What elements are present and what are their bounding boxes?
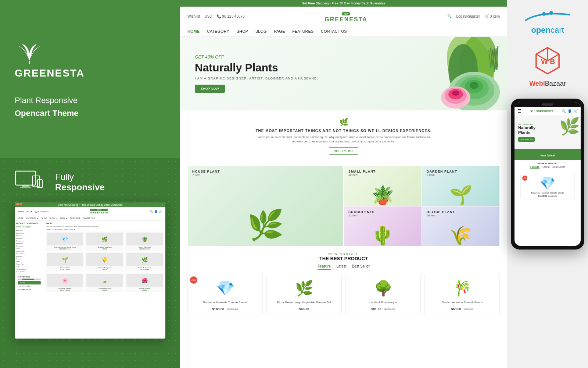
search-icon[interactable]: 🔍 (447, 14, 452, 18)
phone-cart-icon[interactable]: 🛒 (573, 109, 578, 113)
responsive-label1: Fully (55, 172, 74, 182)
nav-contact[interactable]: CONTACT US (321, 29, 347, 33)
hero-shop-now-button[interactable]: SHOP NOW (195, 85, 225, 93)
phone-new-arrival-label: New Arrival (541, 154, 555, 157)
tagline-line2: Opencart Theme (15, 109, 79, 118)
preview-products-area: SHOP There are many variations of passag… (44, 221, 165, 335)
nav-features[interactable]: FEATURES (292, 29, 313, 33)
preview-product-8: 🍃 Croton Brass Form $40.00 (85, 273, 124, 292)
product-img-4: 🎋 (428, 277, 496, 299)
logo-text: GREENESTA (325, 16, 367, 23)
hero-content: GET 40% OFF Naturally Plants I AM A GRAP… (180, 43, 397, 104)
new-arrival-subtitle: New Arrival (187, 252, 500, 256)
login-register-link[interactable]: Login/Register (456, 14, 480, 18)
phone-product-section: THE BEST PRODUCT Feature Latest Best Sel… (514, 160, 581, 172)
preview-price-filter: FILTER BY PRICE FILTER Price: $76 — $116… (16, 275, 42, 293)
webi-bazaar-text: WebiBazaar (529, 80, 566, 88)
preview-product-9: 🌺 Eurorail Virginia $72.00 (125, 273, 164, 292)
phone-search-icon[interactable]: 🔍 (562, 109, 566, 113)
wishlist-link[interactable]: Wishlist (187, 14, 200, 18)
info-text: Lorem ipsum dolor sit amet, consectetur … (252, 135, 435, 144)
preview-main-nav: HOME CATEGORY ▼ SHOP BLOG ▼ PAGE ▼ FEATU… (15, 216, 165, 221)
category-succulents[interactable]: SUCCULENTS 11 Item 🌵 (344, 206, 422, 247)
logo-area: GREENESTA (15, 42, 85, 79)
new-arrival-title: THE BEST PRODUCT (187, 256, 500, 261)
phone-shop-now-button[interactable]: SHOP NOW (518, 137, 535, 142)
hamburger-icon[interactable]: ☰ (517, 109, 521, 114)
nav-category[interactable]: CATEGORY (207, 29, 229, 33)
phone-tabs: Feature Latest Best Seller (517, 166, 578, 170)
phone-product-name: Botanical Interests Tomato Seeds (523, 192, 573, 194)
preview-announcement: Get Free Shipping • Free 30 Day Money Ba… (15, 202, 165, 207)
logo-icon (15, 42, 44, 64)
phone-tab-latest[interactable]: Latest (542, 166, 549, 169)
preview-product-1: 💎 Botanical Interests Tomato Seeds $163.… (46, 231, 84, 251)
opencart-swoosh-icon (522, 11, 573, 24)
tab-feature[interactable]: Feature (318, 264, 331, 270)
phone-product-area: -7% 💎 Botanical Interests Tomato Seeds $… (514, 172, 581, 204)
phone-green-strip: New Arrival (514, 149, 581, 160)
phone-product-price: $103.00 $179.00 (523, 195, 573, 197)
category-house-plant[interactable]: HOUSE PLANT 7 Item 🌿 (187, 166, 344, 247)
tab-latest[interactable]: Latest (336, 264, 346, 270)
device-icon (15, 169, 48, 195)
phone-number: 📞 98 123 45678 (217, 14, 245, 18)
nav-page[interactable]: PAGE (274, 29, 285, 33)
preview-product-3: 🪴 Canary Date Palm $92.00 $116.00 (125, 231, 164, 251)
hero-section: GET 40% OFF Naturally Plants I AM A GRAP… (180, 37, 507, 110)
left-top-section: GREENESTA Plant Responsive Opencart Them… (0, 0, 180, 158)
category-garden-plant[interactable]: GARDEN PLANT 8 Item 🌱 (422, 166, 500, 206)
tab-bestseller[interactable]: Best Seller (352, 264, 370, 270)
hero-image (397, 37, 507, 110)
preview-product-7: 🌸 Ceropegia Haryano $40.00 - $59.00 (46, 273, 84, 292)
webi-bazaar-logo: W B WebiBazaar (529, 46, 566, 88)
product-card-4: 🎋 Garden America Squash Seeds $68.00 $89… (424, 274, 500, 315)
tagline-line1: Plant Responsive (15, 96, 78, 105)
product-price-3: $91.00 $110.00 (349, 305, 417, 312)
preview-sidebar: PRODUCT CATEGORIES Select a Category Alo… (15, 221, 44, 335)
product-card-1: -9% 💎 Botanical Interests Tomato Seeds $… (187, 274, 263, 315)
webi-box-icon: W B (533, 46, 562, 75)
product-name-1: Botanical Interests Tomato Seeds (191, 301, 259, 304)
category-small-plant[interactable]: SMALL PLANT 12 Item 🪴 (344, 166, 422, 206)
phone-header-icons: 🔍 👤 🛒 (562, 109, 578, 113)
logo-badge: new (342, 12, 350, 15)
nav-shop[interactable]: SHOP (237, 29, 248, 33)
preview-product-grid: 💎 Botanical Interests Tomato Seeds $163.… (46, 231, 164, 292)
preview-body: PRODUCT CATEGORIES Select a Category Alo… (15, 221, 165, 335)
phone-user-icon[interactable]: 👤 (567, 109, 572, 113)
phone-header: ☰ GREENESTA 🔍 👤 🛒 (514, 107, 581, 116)
site-logo: new GREENESTA (325, 10, 367, 23)
currency-select[interactable]: USD (204, 14, 212, 18)
product-badge-1: -9% (190, 276, 197, 284)
product-name-2: Ferry Morse Large Vegetable Garden Set (270, 301, 338, 304)
preview-product-2: SOLD OUT 🌿 Broadleaf Lady Palm $92.00 (85, 231, 124, 251)
hero-subtitle: I AM A GRAPHIC DESIGNER, ARTIST, BLOGGER… (195, 77, 382, 80)
new-arrival-section: New Arrival THE BEST PRODUCT Feature Lat… (180, 247, 507, 315)
phone-hero: GET 40% OFF NaturallyPlants SHOP NOW 🌿 (514, 116, 581, 149)
phone-logo-icon (529, 109, 534, 113)
phone-mockup: ☰ GREENESTA 🔍 👤 🛒 GET 40% OFF Natur (511, 99, 584, 250)
preview-icons: 🔍👤🛒 (150, 210, 162, 213)
phone-tab-bestseller[interactable]: Best Seller (552, 166, 565, 169)
product-img-1: 💎 (191, 277, 259, 299)
svg-rect-2 (22, 185, 29, 187)
svg-point-7 (40, 186, 40, 187)
small-plant-label: SMALL PLANT 12 Item (348, 170, 376, 177)
read-more-button[interactable]: READ MORE (329, 147, 359, 155)
opencart-logo: opencart (522, 11, 573, 35)
phone-tab-feature[interactable]: Feature (530, 166, 539, 169)
phone-status-bar (514, 102, 581, 107)
main-nav: HOME CATEGORY SHOP BLOG PAGE FEATURES CO… (180, 26, 507, 37)
product-card-3: 🌳 Laudant Doloremque $91.00 $110.00 (345, 274, 421, 315)
divider (180, 162, 507, 166)
product-img-2: 🌿 (270, 277, 338, 299)
nav-home[interactable]: HOME (187, 29, 200, 33)
svg-rect-3 (20, 187, 31, 188)
category-office-plant[interactable]: OFFICE PLANT 16 Item 🌾 (422, 206, 500, 247)
nav-blog[interactable]: BLOG (255, 29, 267, 33)
cart-link[interactable]: 🛒 0 item (484, 14, 500, 18)
website-preview: Get Free Shipping • Free 30 Day Money Ba… (180, 0, 507, 368)
opencart-text: opencart (522, 25, 573, 35)
header-left: Wishlist USD 📞 98 123 45678 (187, 14, 245, 18)
